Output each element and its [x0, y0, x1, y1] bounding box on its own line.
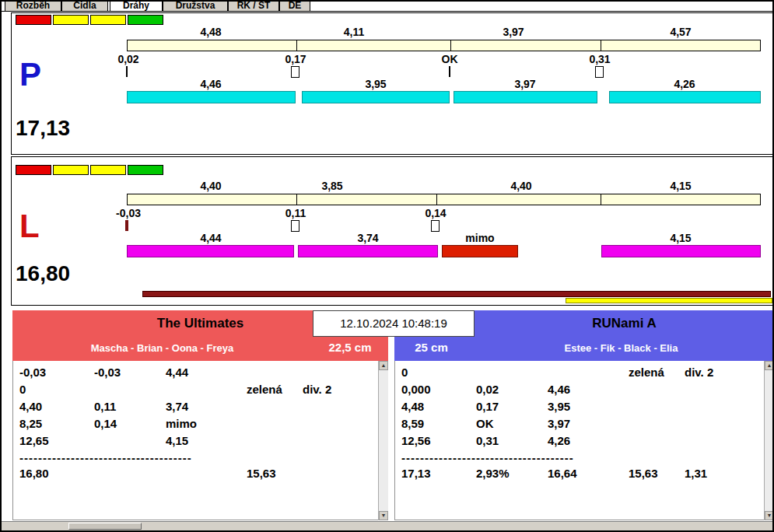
jump-height-label: 22,5 cm [312, 341, 388, 354]
tab-drahy[interactable]: Dráhy [110, 2, 163, 12]
result-cell: 0,17 [476, 400, 499, 413]
traffic-light [16, 15, 163, 25]
tab-rozbeh[interactable]: Rozběh [5, 2, 61, 12]
result-cell: zelená [247, 383, 282, 396]
split-time: 3,97 [514, 78, 535, 90]
result-cell: mimo [166, 417, 197, 430]
tab-de[interactable]: DE [279, 2, 310, 12]
team-members: Mascha - Brian - Oona - Freya [12, 342, 312, 354]
tab-strip: Rozběh Čidla Dráhy Družstva RK / ST DE [2, 2, 772, 12]
split-time: 3,85 [321, 180, 342, 192]
scroll-down-arrow-icon[interactable]: ▼ [765, 511, 774, 520]
crossing-box-icon [291, 220, 299, 232]
traffic-light-red-icon [16, 15, 51, 25]
scroll-down-arrow-icon[interactable]: ▼ [379, 511, 388, 520]
result-row: 12,560,314,26 [395, 434, 773, 451]
scrollbar[interactable]: ▲ ▼ [378, 361, 388, 520]
result-row: 12,654,15 [13, 434, 387, 451]
tab-cidla[interactable]: Čidla [61, 2, 108, 12]
traffic-light-green-icon [128, 165, 163, 175]
jump-height-label: 25 cm [394, 341, 468, 354]
crossing-value: 0,14 [425, 207, 446, 219]
result-total-cell: 15,63 [247, 467, 276, 480]
result-cell: 0,14 [94, 417, 117, 430]
result-row: -0,03-0,034,44 [13, 366, 387, 383]
team-panel-left: The Ultimates Mascha - Brian - Oona - Fr… [12, 310, 388, 520]
run-segment-bar [609, 91, 761, 103]
scale-tick-icon [296, 194, 297, 205]
split-time: 4,15 [670, 232, 691, 244]
progress-bar-maroon [142, 291, 771, 297]
split-time: 4,40 [200, 180, 221, 192]
team-name: RUNami A [475, 316, 774, 331]
scale-tick-icon [601, 194, 601, 205]
lane-letter: P [19, 58, 41, 91]
results-area-right: 0zelenádiv. 20,0000,024,464,480,173,958,… [394, 361, 774, 520]
result-cell: 0,02 [476, 383, 499, 396]
taskbar-item[interactable] [68, 523, 142, 530]
result-cell: zelená [629, 366, 664, 379]
tab-druzstva[interactable]: Družstva [163, 2, 228, 12]
scroll-up-arrow-icon[interactable]: ▲ [765, 361, 774, 370]
result-cell: -0,03 [94, 366, 121, 379]
result-cell: -0,03 [19, 366, 46, 379]
result-row: 0,0000,024,46 [395, 383, 773, 400]
tab-rk-st[interactable]: RK / ST [228, 2, 279, 12]
traffic-light [16, 165, 163, 175]
result-total-cell: 2,93% [476, 467, 510, 480]
split-time: 4,44 [200, 232, 221, 244]
result-cell: 0,31 [476, 434, 499, 447]
crossing-tick-icon [126, 66, 128, 77]
result-row: 8,250,14mimo [13, 417, 387, 434]
crossing-value: 0,02 [117, 53, 138, 65]
result-cell: div. 2 [685, 366, 713, 379]
result-cell: 4,48 [401, 400, 424, 413]
result-cell: 4,40 [19, 400, 42, 413]
result-cell: 3,74 [166, 400, 188, 413]
result-total-cell: 1,31 [685, 467, 707, 480]
lane-panel-l: 4,40 3,85 4,40 4,15 -0,03 0,11 0,14 L 4,… [11, 156, 774, 306]
results-separator: ------------------------------------- [13, 451, 387, 467]
result-cell: 0 [19, 383, 26, 396]
crossing-tick-icon [125, 220, 128, 231]
run-segment-bar [601, 245, 761, 257]
lane-panel-p: 4,48 4,11 3,97 4,57 0,02 0,17 OK 0,31 P … [11, 12, 774, 155]
result-cell: 3,95 [548, 400, 570, 413]
split-time: 3,74 [357, 232, 378, 244]
scale-tick-icon [436, 194, 437, 205]
scrollbar[interactable]: ▲ ▼ [764, 361, 774, 520]
result-cell: 0 [401, 366, 408, 379]
team-members: Estee - Fik - Black - Elia [468, 342, 774, 354]
crossing-box-icon [595, 66, 604, 78]
results-area-left: -0,03-0,034,440zelenádiv. 24,400,113,748… [12, 361, 388, 520]
crossing-value: 0,31 [589, 53, 610, 65]
traffic-light-yellow-icon [53, 15, 89, 25]
split-time: 4,40 [510, 180, 531, 192]
lane-total-time: 16,80 [16, 263, 70, 285]
result-cell: div. 2 [303, 383, 331, 396]
result-total-cell: 16,80 [19, 467, 49, 480]
result-cell: 12,65 [19, 434, 49, 447]
result-total-cell: 15,63 [629, 467, 658, 480]
run-segment-bar [454, 91, 597, 103]
traffic-light-yellow-icon [90, 165, 126, 175]
lane-total-time: 17,13 [16, 117, 70, 139]
results-separator: ------------------------------------- [395, 451, 773, 467]
status-bar [2, 521, 772, 530]
run-segment-bar [127, 245, 294, 257]
result-cell: 8,25 [19, 417, 42, 430]
split-time: 4,57 [670, 26, 691, 38]
crossing-value: -0,03 [116, 207, 141, 219]
traffic-light-yellow-icon [53, 165, 89, 175]
scroll-up-arrow-icon[interactable]: ▲ [379, 361, 388, 370]
result-cell: 8,59 [401, 417, 424, 430]
traffic-light-yellow-icon [90, 15, 126, 25]
crossing-value: 0,11 [285, 207, 306, 219]
split-time: 4,11 [344, 26, 364, 38]
result-cell: 4,15 [166, 434, 188, 447]
crossing-box-icon [431, 220, 440, 232]
timing-app-window: Rozběh Čidla Dráhy Družstva RK / ST DE 4… [0, 0, 774, 532]
team-panel-right: RUNami A 25 cm Estee - Fik - Black - Eli… [394, 310, 774, 520]
result-cell: 4,46 [548, 383, 570, 396]
split-time: 4,15 [670, 180, 691, 192]
